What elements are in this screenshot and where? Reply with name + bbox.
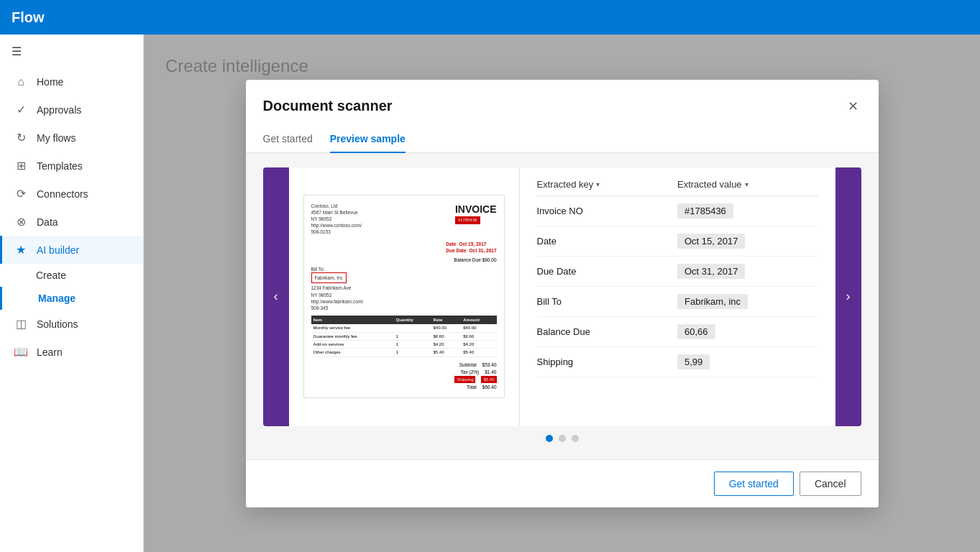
sidebar-label-home: Home — [37, 76, 63, 88]
pagination-dot[interactable] — [559, 435, 566, 442]
nav-next-button[interactable]: › — [835, 167, 861, 426]
inv-title: INVOICE — [455, 203, 497, 217]
invoice-document: Contoso, Ltd 4567 Main St Bellevue NY 98… — [303, 195, 505, 399]
extracted-rows: Invoice NO #1785436 Date Oct 15, 2017 Du… — [537, 196, 818, 377]
table-row: Monthly service fee$40.00$40.00 — [311, 324, 497, 332]
sidebar-item-my-flows[interactable]: ↻ My flows — [0, 124, 143, 152]
ext-key: Invoice NO — [537, 206, 678, 216]
templates-icon: ⊞ — [14, 159, 28, 172]
document-scanner-modal: Document scanner ✕ Get started Preview s… — [246, 80, 879, 507]
inv-billto-company: Fabrikam, Inc — [311, 272, 347, 283]
tab-preview-sample[interactable]: Preview sample — [330, 127, 406, 153]
sidebar-item-data[interactable]: ⊗ Data — [0, 208, 143, 236]
list-item: Balance Due 60,66 — [537, 317, 818, 347]
inv-number: #1785436 — [455, 216, 480, 224]
inv-totals: Subtotal$53.40 Tax (2%)$1.40 Shipping$5.… — [311, 362, 497, 391]
learn-icon: 📖 — [14, 345, 28, 359]
pagination-dot[interactable] — [572, 435, 579, 442]
sidebar-item-connectors[interactable]: ⟳ Connectors — [0, 180, 143, 208]
list-item: Invoice NO #1785436 — [537, 196, 818, 226]
sidebar-item-templates[interactable]: ⊞ Templates — [0, 152, 143, 180]
table-row: Guarantee monthly fee1$6.60$6.60 — [311, 332, 497, 340]
ext-val: Fabrikam, inc — [677, 294, 818, 309]
topbar: Flow — [0, 0, 980, 34]
sidebar-sub-manage[interactable]: Manage — [0, 287, 143, 310]
menu-icon[interactable]: ☰ — [0, 34, 143, 68]
ext-key: Bill To — [537, 296, 678, 307]
invoice-preview: Contoso, Ltd 4567 Main St Bellevue NY 98… — [289, 167, 519, 426]
ext-val: 60,66 — [677, 324, 818, 339]
table-row: Other charges1$5.40$5.40 — [311, 349, 497, 356]
list-item: Shipping 5,99 — [537, 347, 818, 377]
pagination — [263, 426, 861, 445]
sidebar-label-my-flows: My flows — [37, 132, 75, 144]
sample-container: ‹ Contoso, Ltd 4567 Main St Bellevue NY … — [263, 167, 861, 426]
nav-prev-button[interactable]: ‹ — [263, 167, 289, 426]
sidebar-item-approvals[interactable]: ✓ Approvals — [0, 96, 143, 124]
sidebar-label-learn: Learn — [37, 346, 63, 358]
extracted-data-panel: Extracted key ▾ Extracted value ▾ Invoic… — [519, 167, 835, 426]
sidebar: ☰ ⌂ Home ✓ Approvals ↻ My flows ⊞ Templa… — [0, 34, 144, 552]
connectors-icon: ⟳ — [14, 187, 28, 201]
sidebar-label-ai-builder: AI builder — [37, 244, 79, 256]
key-col-chevron: ▾ — [596, 180, 600, 188]
sidebar-label-templates: Templates — [37, 160, 83, 172]
modal-footer: Get started Cancel — [246, 459, 879, 507]
modal-header: Document scanner ✕ — [246, 80, 879, 116]
table-row: Add-on services1$4.20$4.20 — [311, 341, 497, 349]
ext-key: Shipping — [537, 356, 678, 367]
ext-val: Oct 31, 2017 — [677, 264, 818, 279]
chevron-left-icon: ‹ — [274, 289, 278, 304]
modal-title: Document scanner — [263, 98, 393, 114]
pagination-dot[interactable] — [546, 435, 553, 442]
ext-val: #1785436 — [677, 203, 818, 218]
ext-val: Oct 15, 2017 — [677, 234, 818, 249]
chevron-right-icon: › — [846, 289, 851, 304]
modal-tabs: Get started Preview sample — [246, 116, 879, 153]
modal-body: ‹ Contoso, Ltd 4567 Main St Bellevue NY … — [246, 153, 879, 459]
sidebar-sub-manage-label: Manage — [38, 293, 75, 304]
sidebar-label-solutions: Solutions — [37, 318, 78, 330]
sidebar-item-home[interactable]: ⌂ Home — [0, 68, 143, 96]
solutions-icon: ◫ — [14, 317, 28, 331]
sidebar-label-connectors: Connectors — [37, 188, 88, 200]
modal-overlay: Document scanner ✕ Get started Preview s… — [144, 34, 980, 552]
sidebar-label-data: Data — [37, 216, 58, 228]
data-icon: ⊗ — [14, 215, 28, 229]
sidebar-sub-create-label: Create — [36, 270, 66, 281]
ext-col-key: Extracted key ▾ — [537, 179, 678, 190]
inv-bill-to: Bill To: Fabrikam, Inc 1234 Fabrikam Ave… — [311, 266, 497, 311]
list-item: Bill To Fabrikam, inc — [537, 287, 818, 317]
inv-table: Item Quantity Rate Amount Monthly servic… — [311, 316, 497, 357]
sidebar-sub-create[interactable]: Create — [0, 264, 143, 287]
list-item: Date Oct 15, 2017 — [537, 226, 818, 257]
flows-icon: ↻ — [14, 131, 28, 144]
content-area: Create intelligence Document scanner ✕ G… — [144, 34, 980, 552]
val-col-chevron: ▾ — [745, 180, 748, 188]
extracted-header: Extracted key ▾ Extracted value ▾ — [537, 179, 818, 196]
list-item: Due Date Oct 31, 2017 — [537, 257, 818, 287]
home-icon: ⌂ — [14, 75, 28, 88]
app-title: Flow — [12, 9, 45, 26]
ext-val: 5,99 — [677, 354, 818, 369]
ext-key: Balance Due — [537, 326, 678, 337]
sidebar-label-approvals: Approvals — [37, 104, 81, 116]
cancel-button[interactable]: Cancel — [800, 472, 861, 496]
approvals-icon: ✓ — [14, 103, 28, 116]
ext-key: Date — [537, 236, 678, 247]
tab-get-started[interactable]: Get started — [263, 127, 313, 153]
ext-key: Due Date — [537, 266, 678, 277]
ext-col-val: Extracted value ▾ — [677, 179, 818, 190]
close-button[interactable]: ✕ — [845, 97, 861, 116]
get-started-button[interactable]: Get started — [714, 472, 794, 496]
sidebar-item-solutions[interactable]: ◫ Solutions — [0, 310, 143, 338]
inv-company: Contoso, Ltd 4567 Main St Bellevue NY 98… — [311, 203, 362, 235]
sidebar-item-learn[interactable]: 📖 Learn — [0, 338, 143, 366]
ai-builder-icon: ★ — [14, 243, 28, 257]
sidebar-item-ai-builder[interactable]: ★ AI builder — [0, 236, 143, 264]
